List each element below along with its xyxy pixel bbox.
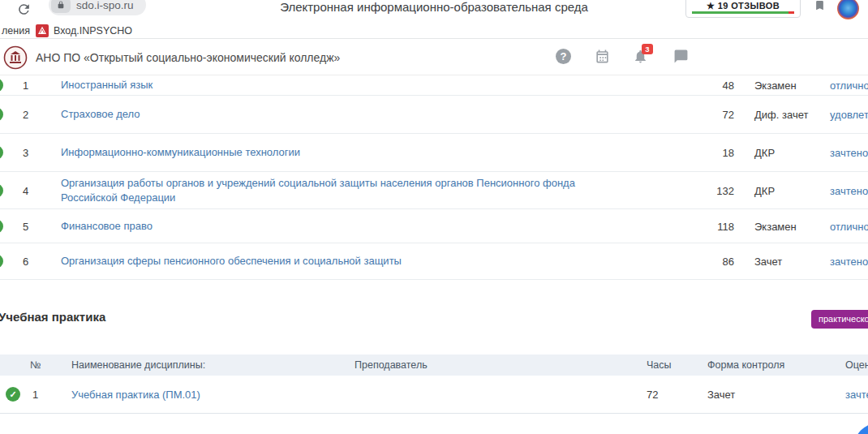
grade-link[interactable]: отлично	[830, 79, 868, 92]
bookmarks-bar: ления Вход.INPSYCHO	[0, 23, 868, 39]
discipline-link[interactable]: Информационно-коммуникационные технологи…	[61, 145, 633, 160]
grade-link[interactable]: отлично	[830, 220, 868, 232]
table-row: 6 Организация сферы пенсионного обеспече…	[0, 243, 868, 280]
practice-type-badge: практическое	[811, 310, 868, 329]
grade-link[interactable]: зачтено	[845, 389, 868, 401]
practice-link[interactable]: Учебная практика (ПМ.01)	[71, 389, 200, 401]
app-header: АНО ПО «Открытый социально-экономический…	[0, 40, 868, 75]
control-form: Зачет	[707, 389, 735, 401]
row-number: 4	[23, 184, 28, 196]
hours-value: 118	[694, 220, 734, 232]
control-form: Зачет	[754, 256, 782, 268]
discipline-link[interactable]: Страховое дело	[61, 107, 633, 122]
check-circle-icon	[0, 219, 3, 233]
check-circle-icon: ✓	[6, 387, 20, 402]
reviews-label: 19 ОТЗЫВОВ	[718, 1, 780, 11]
discipline-link[interactable]: Иностранный язык	[61, 78, 633, 92]
reviews-button[interactable]: ★ 19 ОТЗЫВОВ	[685, 0, 801, 18]
row-number: 3	[23, 147, 28, 159]
practice-table-header: № Наименование дисциплины: Преподаватель…	[0, 355, 868, 376]
college-logo	[3, 45, 28, 70]
table-row: 1 Иностранный язык 48 Экзамен отлично	[0, 75, 868, 96]
grade-link[interactable]: зачтено	[830, 184, 868, 196]
control-form: ДКР	[754, 147, 775, 159]
check-circle-icon	[0, 146, 3, 160]
row-number: 1	[23, 79, 28, 92]
table-row: 4 Организация работы органов и учреждени…	[0, 172, 868, 209]
discipline-link[interactable]: Организация сферы пенсионного обеспечени…	[61, 254, 633, 269]
avatar[interactable]	[837, 0, 859, 19]
rating-bar-negative	[789, 11, 794, 14]
grade-link[interactable]: зачтено	[830, 147, 868, 159]
check-circle-icon	[0, 183, 3, 197]
check-circle-icon	[0, 79, 3, 92]
row-number: 6	[23, 256, 28, 268]
row-number: 5	[23, 220, 28, 232]
hours-value: 18	[694, 147, 734, 159]
row-number: 2	[23, 109, 28, 121]
discipline-link[interactable]: Финансовое право	[61, 219, 633, 234]
calendar-icon[interactable]	[595, 49, 610, 64]
column-header-grade: Оценка	[845, 355, 868, 376]
notification-count-badge: 3	[642, 44, 653, 54]
table-row: 3 Информационно-коммуникационные техноло…	[0, 134, 868, 172]
hours-value: 86	[694, 256, 734, 268]
reviews-rating-bar	[692, 11, 794, 14]
section-title: Учебная практика	[0, 310, 105, 324]
url-text: sdo.i-spo.ru	[76, 0, 134, 11]
table-row: 2 Страховое дело 72 Диф. зачет удовлетво…	[0, 96, 868, 134]
bookmark-item-truncated[interactable]: ления	[2, 25, 30, 37]
organization-name: АНО ПО «Открытый социально-экономический…	[36, 40, 340, 75]
row-number: 1	[32, 389, 38, 401]
discipline-link[interactable]: Организация работы органов и учреждений …	[61, 176, 633, 205]
bookmark-favicon[interactable]	[36, 24, 49, 37]
chat-fab-button[interactable]	[853, 423, 868, 434]
column-header-control: Форма контроля	[707, 355, 784, 376]
column-header-teacher: Преподаватель	[355, 355, 428, 376]
column-header-name: Наименование дисциплины:	[71, 355, 205, 376]
address-bar[interactable]: sdo.i-spo.ru	[49, 0, 146, 15]
column-header-num: №	[30, 355, 41, 376]
table-row: 5 Финансовое право 118 Экзамен отлично	[0, 209, 868, 243]
grade-link[interactable]: зачтено	[830, 256, 868, 268]
screen: sdo.i-spo.ru Электронная информационно-о…	[0, 0, 868, 434]
lock-icon[interactable]	[51, 0, 71, 13]
practice-table-row: ✓ 1 Учебная практика (ПМ.01) 72 Зачет за…	[0, 376, 868, 414]
hours-value: 48	[694, 79, 734, 92]
control-form: Диф. зачет	[754, 109, 808, 121]
grade-link[interactable]: удовлетворительно	[830, 109, 868, 121]
messages-icon[interactable]	[673, 49, 689, 64]
rating-bar-positive	[692, 11, 789, 14]
help-icon[interactable]: ?	[556, 49, 571, 64]
star-icon: ★	[707, 1, 715, 11]
hours-value: 72	[647, 389, 658, 401]
bookmark-icon[interactable]	[814, 0, 826, 15]
hours-value: 72	[694, 109, 734, 121]
check-circle-icon	[0, 255, 3, 269]
control-form: Экзамен	[754, 79, 797, 92]
column-header-hours: Часы	[647, 355, 672, 376]
reload-icon[interactable]	[16, 2, 32, 17]
browser-toolbar: sdo.i-spo.ru Электронная информационно-о…	[0, 0, 868, 23]
control-form: ДКР	[754, 184, 775, 196]
control-form: Экзамен	[754, 220, 797, 232]
hours-value: 132	[694, 184, 734, 196]
bookmark-item-inpsycho[interactable]: Вход.INPSYCHO	[54, 25, 132, 37]
check-circle-icon	[0, 108, 3, 122]
